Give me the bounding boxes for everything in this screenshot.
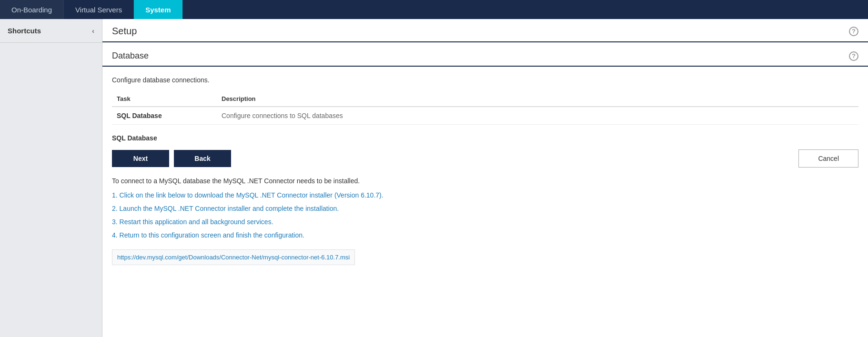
setup-help-icon[interactable]: ?	[849, 27, 858, 36]
next-button[interactable]: Next	[112, 150, 169, 167]
sidebar-title: Shortcuts	[8, 27, 41, 35]
sidebar: Shortcuts ‹	[0, 19, 102, 337]
button-row: Next Back Cancel	[112, 149, 858, 168]
main-content: Setup ? Database ? Configure database co…	[102, 19, 868, 337]
description-cell: Configure connections to SQL databases	[217, 107, 858, 125]
nav-tab-system[interactable]: System	[134, 0, 182, 19]
step-4: 4. Return to this configuration screen a…	[112, 231, 858, 239]
task-table: Task Description SQL Database Configure …	[112, 91, 858, 125]
sidebar-collapse-icon[interactable]: ‹	[92, 27, 94, 35]
back-button[interactable]: Back	[174, 150, 231, 167]
cancel-button[interactable]: Cancel	[798, 149, 858, 168]
main-layout: Shortcuts ‹ Setup ? Database ? Configure…	[0, 19, 868, 337]
setup-title: Setup	[112, 26, 137, 37]
table-header-row: Task Description	[112, 91, 858, 107]
task-cell: SQL Database	[112, 107, 217, 125]
setup-header: Setup ?	[102, 19, 868, 42]
col-task: Task	[112, 91, 217, 107]
download-link[interactable]: https://dev.mysql.com/get/Downloads/Conn…	[112, 249, 355, 265]
info-text: To connect to a MySQL database the MySQL…	[112, 177, 858, 185]
sql-subtitle: SQL Database	[112, 134, 858, 142]
database-help-icon[interactable]: ?	[849, 51, 858, 61]
sidebar-header: Shortcuts ‹	[0, 19, 102, 43]
configure-text: Configure database connections.	[112, 76, 858, 84]
step-2: 2. Launch the MySQL .NET Connector insta…	[112, 205, 858, 212]
step-3: 3. Restart this application and all back…	[112, 218, 858, 226]
col-description: Description	[217, 91, 858, 107]
database-title: Database	[112, 51, 149, 61]
content-area: Configure database connections. Task Des…	[102, 67, 868, 275]
step-1: 1. Click on the link below to download t…	[112, 191, 858, 199]
nav-tab-onboarding[interactable]: On-Boarding	[0, 0, 64, 19]
top-nav: On-Boarding Virtual Servers System	[0, 0, 868, 19]
nav-tab-virtual-servers[interactable]: Virtual Servers	[64, 0, 134, 19]
table-row: SQL Database Configure connections to SQ…	[112, 107, 858, 125]
database-header: Database ?	[102, 44, 868, 67]
